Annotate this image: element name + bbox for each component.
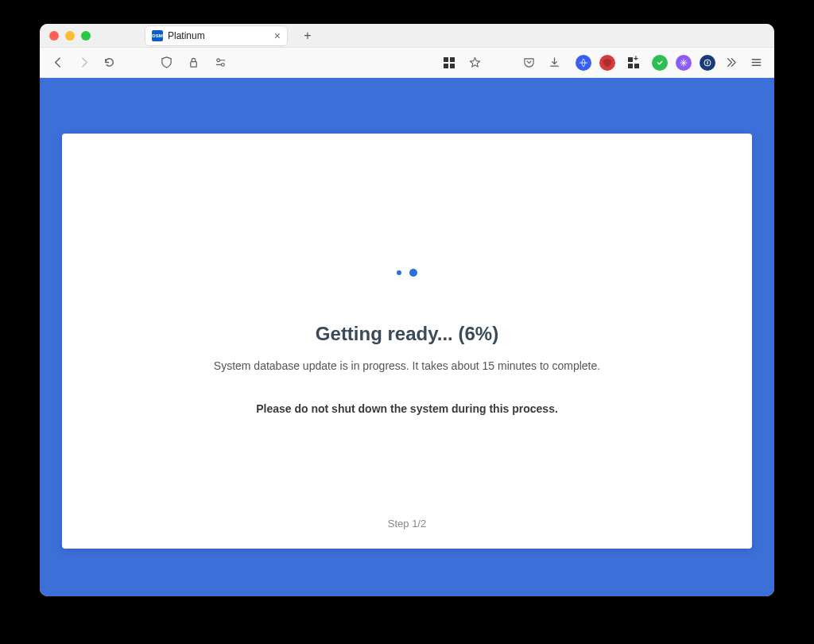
extension-icons: [576, 52, 715, 73]
tab-favicon: DSM: [152, 30, 163, 41]
lock-icon: [188, 56, 200, 68]
svg-point-3: [221, 63, 224, 66]
browser-window: DSM Platinum × +: [40, 24, 774, 596]
overflow-button[interactable]: [720, 52, 741, 73]
toolbar: [40, 48, 774, 78]
forward-button[interactable]: [73, 52, 94, 73]
minimize-window-button[interactable]: [65, 31, 75, 41]
download-icon: [548, 56, 560, 68]
hamburger-icon: [750, 56, 762, 68]
arrow-left-icon: [52, 56, 64, 68]
extension-icon[interactable]: [576, 55, 591, 71]
extension-icon[interactable]: [652, 55, 668, 71]
url-bar-security: [156, 52, 231, 73]
menu-button[interactable]: [746, 52, 766, 73]
pocket-icon: [523, 56, 535, 68]
back-button[interactable]: [48, 52, 68, 73]
progress-warning: Please do not shut down the system durin…: [256, 402, 558, 415]
pocket-button[interactable]: [518, 52, 539, 73]
shield-icon: [161, 56, 172, 68]
sliders-icon: [215, 56, 227, 68]
ublock-icon: [603, 58, 612, 68]
bookmark-button[interactable]: [464, 52, 485, 73]
check-icon: [655, 58, 665, 68]
grid-plus-icon: [628, 57, 639, 68]
reload-icon: [103, 56, 115, 68]
progress-card: Getting ready... (6%) System database up…: [62, 134, 752, 549]
loading-spinner: [397, 269, 417, 277]
star-icon: [469, 56, 481, 68]
svg-rect-14: [707, 60, 707, 64]
spinner-dot: [397, 270, 401, 275]
close-window-button[interactable]: [49, 31, 59, 41]
globe-icon: [579, 58, 588, 68]
arrow-right-icon: [78, 56, 90, 68]
extension-icon[interactable]: [700, 55, 715, 71]
onepassword-icon: [703, 58, 712, 68]
svg-rect-0: [190, 62, 196, 68]
titlebar: DSM Platinum × +: [40, 24, 774, 48]
svg-point-6: [655, 58, 665, 68]
browser-tab[interactable]: DSM Platinum ×: [145, 25, 288, 46]
progress-heading: Getting ready... (6%): [316, 323, 498, 345]
grid-icon: [444, 57, 455, 68]
snowflake-icon: [679, 58, 688, 68]
step-indicator: Step 1/2: [388, 518, 426, 530]
svg-point-1: [216, 59, 219, 62]
shield-button[interactable]: [156, 52, 176, 73]
extension-apps-button[interactable]: [623, 52, 644, 73]
tab-title: Platinum: [168, 30, 269, 41]
progress-subtext: System database update is in progress. I…: [214, 359, 600, 372]
page-content: Getting ready... (6%) System database up…: [40, 78, 774, 596]
traffic-lights: [49, 31, 91, 41]
extension-icon[interactable]: [676, 55, 692, 71]
chevron-double-right-icon: [725, 56, 737, 68]
spinner-dot: [409, 269, 417, 277]
reload-button[interactable]: [99, 52, 119, 73]
new-tab-button[interactable]: +: [299, 27, 316, 45]
permissions-button[interactable]: [210, 52, 231, 73]
close-tab-button[interactable]: ×: [274, 30, 281, 41]
extension-icon[interactable]: [599, 55, 615, 71]
lock-button[interactable]: [183, 52, 204, 73]
downloads-button[interactable]: [544, 52, 564, 73]
maximize-window-button[interactable]: [81, 31, 91, 41]
apps-grid-button[interactable]: [439, 52, 459, 73]
